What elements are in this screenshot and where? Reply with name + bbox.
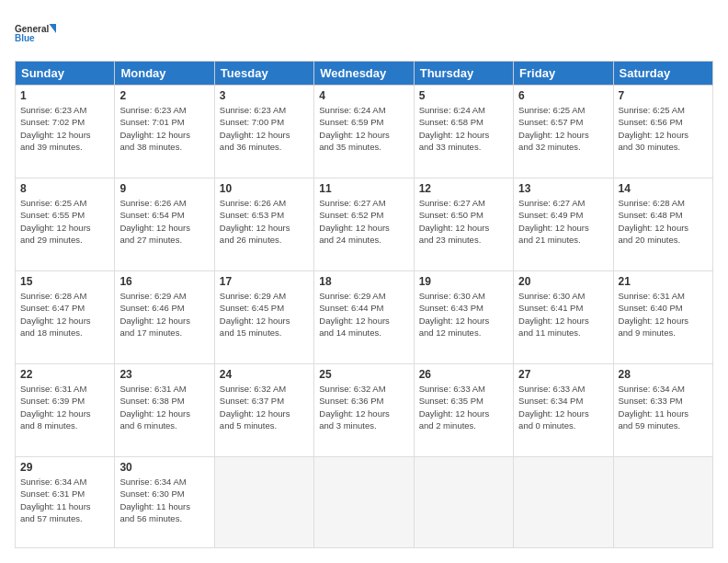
day-number: 3 bbox=[220, 89, 309, 102]
day-info: Sunrise: 6:26 AM Sunset: 6:54 PM Dayligh… bbox=[119, 197, 209, 246]
calendar-cell: 21Sunrise: 6:31 AM Sunset: 6:40 PM Dayli… bbox=[613, 271, 712, 364]
dow-header: Thursday bbox=[414, 62, 513, 86]
calendar-cell: 2Sunrise: 6:23 AM Sunset: 7:01 PM Daylig… bbox=[115, 86, 214, 178]
calendar-body: 1Sunrise: 6:23 AM Sunset: 7:02 PM Daylig… bbox=[16, 86, 713, 548]
svg-text:Blue: Blue bbox=[15, 33, 35, 43]
day-info: Sunrise: 6:29 AM Sunset: 6:46 PM Dayligh… bbox=[119, 290, 209, 339]
calendar-week-row: 22Sunrise: 6:31 AM Sunset: 6:39 PM Dayli… bbox=[16, 364, 713, 457]
day-info: Sunrise: 6:26 AM Sunset: 6:53 PM Dayligh… bbox=[220, 197, 309, 246]
day-info: Sunrise: 6:28 AM Sunset: 6:47 PM Dayligh… bbox=[20, 290, 109, 339]
calendar-cell: 18Sunrise: 6:29 AM Sunset: 6:44 PM Dayli… bbox=[314, 271, 414, 364]
calendar-cell: 1Sunrise: 6:23 AM Sunset: 7:02 PM Daylig… bbox=[16, 86, 115, 178]
logo: General Blue bbox=[15, 15, 61, 52]
day-number: 17 bbox=[220, 275, 309, 288]
day-info: Sunrise: 6:25 AM Sunset: 6:57 PM Dayligh… bbox=[518, 104, 608, 153]
day-info: Sunrise: 6:31 AM Sunset: 6:40 PM Dayligh… bbox=[619, 290, 708, 339]
calendar-cell: 5Sunrise: 6:24 AM Sunset: 6:58 PM Daylig… bbox=[414, 86, 513, 178]
day-info: Sunrise: 6:24 AM Sunset: 6:59 PM Dayligh… bbox=[319, 104, 408, 153]
calendar-cell: 12Sunrise: 6:27 AM Sunset: 6:50 PM Dayli… bbox=[414, 178, 513, 271]
day-info: Sunrise: 6:27 AM Sunset: 6:49 PM Dayligh… bbox=[518, 197, 608, 246]
day-number: 16 bbox=[119, 275, 209, 288]
day-number: 13 bbox=[518, 182, 608, 195]
calendar-cell: 4Sunrise: 6:24 AM Sunset: 6:59 PM Daylig… bbox=[314, 86, 414, 178]
day-number: 5 bbox=[419, 89, 508, 102]
day-info: Sunrise: 6:34 AM Sunset: 6:30 PM Dayligh… bbox=[119, 476, 209, 524]
calendar-cell: 11Sunrise: 6:27 AM Sunset: 6:52 PM Dayli… bbox=[314, 178, 414, 271]
day-number: 8 bbox=[20, 182, 109, 195]
calendar-cell bbox=[613, 457, 712, 548]
calendar-cell: 30Sunrise: 6:34 AM Sunset: 6:30 PM Dayli… bbox=[115, 457, 214, 548]
day-info: Sunrise: 6:29 AM Sunset: 6:44 PM Dayligh… bbox=[319, 290, 408, 339]
day-info: Sunrise: 6:28 AM Sunset: 6:48 PM Dayligh… bbox=[619, 197, 708, 246]
day-number: 20 bbox=[518, 275, 608, 288]
day-number: 1 bbox=[20, 89, 109, 102]
calendar-cell bbox=[414, 457, 513, 548]
day-info: Sunrise: 6:23 AM Sunset: 7:01 PM Dayligh… bbox=[119, 104, 209, 153]
day-of-week-row: SundayMondayTuesdayWednesdayThursdayFrid… bbox=[16, 62, 713, 86]
svg-marker-2 bbox=[50, 24, 57, 33]
calendar-cell: 20Sunrise: 6:30 AM Sunset: 6:41 PM Dayli… bbox=[514, 271, 613, 364]
day-number: 6 bbox=[518, 89, 608, 102]
calendar-week-row: 29Sunrise: 6:34 AM Sunset: 6:31 PM Dayli… bbox=[16, 457, 713, 548]
day-info: Sunrise: 6:34 AM Sunset: 6:33 PM Dayligh… bbox=[619, 383, 708, 431]
day-info: Sunrise: 6:32 AM Sunset: 6:36 PM Dayligh… bbox=[319, 383, 408, 431]
header: General Blue bbox=[15, 15, 713, 52]
calendar-cell: 17Sunrise: 6:29 AM Sunset: 6:45 PM Dayli… bbox=[214, 271, 313, 364]
day-number: 18 bbox=[319, 275, 408, 288]
day-number: 24 bbox=[220, 368, 309, 381]
calendar-cell bbox=[314, 457, 414, 548]
day-info: Sunrise: 6:32 AM Sunset: 6:37 PM Dayligh… bbox=[220, 383, 309, 431]
day-info: Sunrise: 6:29 AM Sunset: 6:45 PM Dayligh… bbox=[220, 290, 309, 339]
calendar-cell: 23Sunrise: 6:31 AM Sunset: 6:38 PM Dayli… bbox=[115, 364, 214, 457]
calendar-cell: 16Sunrise: 6:29 AM Sunset: 6:46 PM Dayli… bbox=[115, 271, 214, 364]
svg-text:General: General bbox=[15, 24, 49, 34]
calendar-cell: 27Sunrise: 6:33 AM Sunset: 6:34 PM Dayli… bbox=[514, 364, 613, 457]
calendar-cell: 13Sunrise: 6:27 AM Sunset: 6:49 PM Dayli… bbox=[514, 178, 613, 271]
day-number: 26 bbox=[419, 368, 508, 381]
day-info: Sunrise: 6:31 AM Sunset: 6:39 PM Dayligh… bbox=[20, 383, 109, 431]
calendar-cell: 15Sunrise: 6:28 AM Sunset: 6:47 PM Dayli… bbox=[16, 271, 115, 364]
day-number: 4 bbox=[319, 89, 408, 102]
calendar-cell: 8Sunrise: 6:25 AM Sunset: 6:55 PM Daylig… bbox=[16, 178, 115, 271]
day-info: Sunrise: 6:23 AM Sunset: 7:00 PM Dayligh… bbox=[220, 104, 309, 153]
day-info: Sunrise: 6:33 AM Sunset: 6:34 PM Dayligh… bbox=[518, 383, 608, 431]
dow-header: Monday bbox=[115, 62, 214, 86]
day-info: Sunrise: 6:23 AM Sunset: 7:02 PM Dayligh… bbox=[20, 104, 109, 153]
day-info: Sunrise: 6:25 AM Sunset: 6:56 PM Dayligh… bbox=[619, 104, 708, 153]
day-number: 22 bbox=[20, 368, 109, 381]
day-number: 23 bbox=[119, 368, 209, 381]
calendar-cell: 19Sunrise: 6:30 AM Sunset: 6:43 PM Dayli… bbox=[414, 271, 513, 364]
calendar-cell: 22Sunrise: 6:31 AM Sunset: 6:39 PM Dayli… bbox=[16, 364, 115, 457]
day-number: 15 bbox=[20, 275, 109, 288]
day-number: 28 bbox=[619, 368, 708, 381]
calendar-cell: 10Sunrise: 6:26 AM Sunset: 6:53 PM Dayli… bbox=[214, 178, 313, 271]
day-info: Sunrise: 6:27 AM Sunset: 6:50 PM Dayligh… bbox=[419, 197, 508, 246]
calendar-cell: 29Sunrise: 6:34 AM Sunset: 6:31 PM Dayli… bbox=[16, 457, 115, 548]
calendar-cell: 3Sunrise: 6:23 AM Sunset: 7:00 PM Daylig… bbox=[214, 86, 313, 178]
day-number: 7 bbox=[619, 89, 708, 102]
day-number: 19 bbox=[419, 275, 508, 288]
dow-header: Tuesday bbox=[214, 62, 313, 86]
dow-header: Sunday bbox=[16, 62, 115, 86]
day-info: Sunrise: 6:30 AM Sunset: 6:41 PM Dayligh… bbox=[518, 290, 608, 339]
page: General Blue SundayMondayTuesdayWednesda… bbox=[0, 0, 728, 563]
dow-header: Saturday bbox=[613, 62, 712, 86]
day-number: 29 bbox=[20, 461, 109, 474]
day-info: Sunrise: 6:25 AM Sunset: 6:55 PM Dayligh… bbox=[20, 197, 109, 246]
day-number: 21 bbox=[619, 275, 708, 288]
calendar-cell: 25Sunrise: 6:32 AM Sunset: 6:36 PM Dayli… bbox=[314, 364, 414, 457]
dow-header: Friday bbox=[514, 62, 613, 86]
logo-svg: General Blue bbox=[15, 15, 61, 52]
day-number: 12 bbox=[419, 182, 508, 195]
day-number: 9 bbox=[119, 182, 209, 195]
calendar-cell bbox=[514, 457, 613, 548]
calendar-cell: 26Sunrise: 6:33 AM Sunset: 6:35 PM Dayli… bbox=[414, 364, 513, 457]
dow-header: Wednesday bbox=[314, 62, 414, 86]
day-number: 25 bbox=[319, 368, 408, 381]
calendar-cell: 6Sunrise: 6:25 AM Sunset: 6:57 PM Daylig… bbox=[514, 86, 613, 178]
calendar-table: SundayMondayTuesdayWednesdayThursdayFrid… bbox=[15, 61, 713, 548]
day-info: Sunrise: 6:31 AM Sunset: 6:38 PM Dayligh… bbox=[119, 383, 209, 431]
day-number: 27 bbox=[518, 368, 608, 381]
day-info: Sunrise: 6:34 AM Sunset: 6:31 PM Dayligh… bbox=[20, 476, 109, 524]
day-number: 14 bbox=[619, 182, 708, 195]
